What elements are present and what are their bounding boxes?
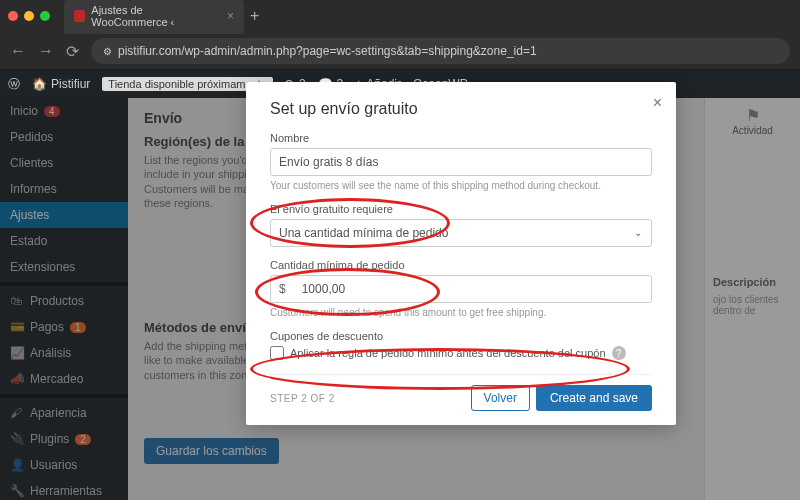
create-save-button[interactable]: Create and save <box>536 385 652 411</box>
modal-title: Set up envío gratuito <box>270 100 652 118</box>
back-button-modal[interactable]: Volver <box>471 385 530 411</box>
name-label: Nombre <box>270 132 652 144</box>
requires-select[interactable] <box>270 219 652 247</box>
help-icon[interactable]: ? <box>612 346 626 360</box>
maximize-window-icon[interactable] <box>40 11 50 21</box>
name-input[interactable] <box>270 148 652 176</box>
new-tab-button[interactable]: + <box>250 7 259 25</box>
currency-symbol: $ <box>271 282 294 296</box>
address-bar[interactable]: ⚙ pistifiur.com/wp-admin/admin.php?page=… <box>91 38 790 64</box>
min-amount-hint: Customers will need to spend this amount… <box>270 307 652 318</box>
site-settings-icon[interactable]: ⚙ <box>103 46 112 57</box>
coupon-checkbox-label: Aplicar la regla de pedido mínimo antes … <box>290 347 606 359</box>
close-modal-button[interactable]: × <box>653 94 662 112</box>
url-text: pistifiur.com/wp-admin/admin.php?page=wc… <box>118 44 537 58</box>
step-indicator: STEP 2 OF 2 <box>270 393 335 404</box>
coupon-checkbox[interactable] <box>270 346 284 360</box>
site-link[interactable]: 🏠 Pistifiur <box>32 77 90 91</box>
min-amount-label: Cantidad mínima de pedido <box>270 259 652 271</box>
coupon-label: Cupones de descuento <box>270 330 652 342</box>
back-button[interactable]: ← <box>10 42 26 60</box>
shipping-method-modal: × Set up envío gratuito Nombre Your cust… <box>246 82 676 425</box>
window-controls <box>8 11 50 21</box>
tab-title: Ajustes de WooCommerce ‹ <box>91 4 221 28</box>
name-hint: Your customers will see the name of this… <box>270 180 652 191</box>
close-tab-icon[interactable]: × <box>227 9 234 23</box>
browser-chrome: Ajustes de WooCommerce ‹ × + ← → ⟳ ⚙ pis… <box>0 0 800 70</box>
forward-button[interactable]: → <box>38 42 54 60</box>
requires-label: El envío gratuito requiere <box>270 203 652 215</box>
favicon-icon <box>74 10 85 22</box>
reload-button[interactable]: ⟳ <box>66 42 79 61</box>
close-window-icon[interactable] <box>8 11 18 21</box>
min-amount-input[interactable] <box>294 276 651 302</box>
browser-tab[interactable]: Ajustes de WooCommerce ‹ × <box>64 0 244 34</box>
minimize-window-icon[interactable] <box>24 11 34 21</box>
wp-logo-icon[interactable]: ⓦ <box>8 76 20 93</box>
